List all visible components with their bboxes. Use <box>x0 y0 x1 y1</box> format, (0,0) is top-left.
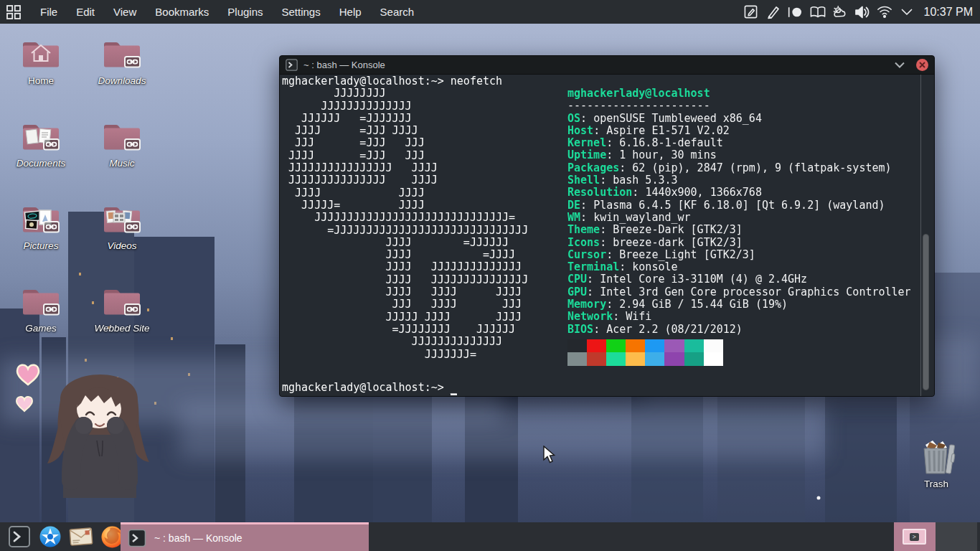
folder-icon <box>101 283 143 317</box>
clock[interactable]: 10:37 PM <box>924 6 973 19</box>
symlink-emblem <box>125 57 140 67</box>
taskbar: ~ : bash — Konsole > <box>0 522 980 551</box>
symlink-emblem <box>125 304 140 315</box>
wallpaper-light-speck <box>817 496 821 500</box>
palette-block <box>567 339 587 352</box>
rollup-button[interactable] <box>893 59 906 72</box>
palette-block <box>626 339 645 352</box>
menu-item-settings[interactable]: Settings <box>273 0 330 24</box>
palette-block <box>645 339 664 352</box>
scrollbar-thumb[interactable] <box>923 234 929 390</box>
virtual-desktop-pager: > <box>894 522 977 551</box>
pager-desktop-1[interactable]: > <box>894 522 936 551</box>
folder-icon <box>101 201 143 235</box>
neofetch-field-resolution: Resolution: 1440x900, 980x551 <box>567 187 911 199</box>
neofetch-field-host: Host: Aspire E1-571 V2.02 <box>567 125 911 137</box>
stylus-icon[interactable] <box>765 4 781 20</box>
symlink-emblem <box>125 222 140 232</box>
heart-icon <box>17 397 32 411</box>
folder-icon <box>101 118 143 152</box>
system-tray: 10:37 PM <box>743 4 980 20</box>
icon-label: Games <box>4 323 78 334</box>
neofetch-field-cpu: CPU: Intel Core i3-3110M (4) @ 2.4GHz <box>567 273 911 286</box>
palette-block <box>567 352 587 365</box>
neofetch-field-shell: Shell: bash 5.3.3 <box>567 174 911 187</box>
record-icon[interactable] <box>788 4 804 20</box>
pager-desktop-2[interactable] <box>936 522 977 551</box>
text-cursor: _ <box>451 381 457 395</box>
shell-prompt[interactable]: mghackerlady@localhost:~> _ <box>282 382 457 394</box>
neofetch-info: mghackerlady@localhost -----------------… <box>567 88 911 366</box>
task-title: ~ : bash — Konsole <box>154 532 242 544</box>
expand-arrow-icon[interactable] <box>899 4 915 20</box>
menu-item-plugins[interactable]: Plugins <box>218 0 272 24</box>
volume-icon[interactable] <box>854 4 870 20</box>
menu-item-search[interactable]: Search <box>371 0 424 24</box>
palette-block <box>606 352 626 365</box>
symlink-emblem <box>44 139 59 150</box>
folder-icon <box>20 118 62 152</box>
konsole-mini-icon: > <box>910 533 919 541</box>
neofetch-field-gpu: GPU: Intel 3rd Gen Core processor Graphi… <box>567 286 911 298</box>
desktop-icon-documents[interactable]: Documents <box>4 118 78 169</box>
desktop-icon-games[interactable]: Games <box>4 283 78 334</box>
mouse-cursor <box>542 446 557 464</box>
desktop-icon-downloads[interactable]: Downloads <box>85 36 159 86</box>
palette-block <box>645 352 664 365</box>
konsole-icon <box>128 529 146 547</box>
menu-item-help[interactable]: Help <box>330 0 371 24</box>
icon-label: Music <box>85 158 159 169</box>
app-grid-icon[interactable] <box>6 5 21 19</box>
icon-label: Home <box>4 75 78 86</box>
palette-block <box>664 339 684 352</box>
desktop-icon-videos[interactable]: Videos <box>85 201 159 251</box>
neofetch-field-icons: Icons: breeze-dark [GTK2/3] <box>567 237 911 249</box>
neofetch-field-packages: Packages: 62 (pip), 2847 (rpm), 9 (flatp… <box>567 162 911 174</box>
menu-item-edit[interactable]: Edit <box>67 0 104 24</box>
palette-block <box>587 339 606 352</box>
task-button-konsole[interactable]: ~ : bash — Konsole <box>121 522 369 551</box>
konsole-window: ~ : bash — Konsole mghackerlady@localhos… <box>279 55 935 397</box>
palette-block <box>684 339 704 352</box>
desktop-icon-music[interactable]: Music <box>85 118 159 169</box>
neofetch-field-memory: Memory: 2.94 GiB / 15.44 GiB (19%) <box>567 298 911 311</box>
folder-icon <box>20 283 62 317</box>
scrollbar-track[interactable] <box>920 75 921 396</box>
symlink-emblem <box>44 222 59 232</box>
desktop-icon-webbed-site[interactable]: Webbed Site <box>85 283 159 334</box>
icon-label: Videos <box>85 240 159 251</box>
launcher-konqueror-icon[interactable] <box>38 524 62 549</box>
neofetch-field-terminal: Terminal: konsole <box>567 261 911 273</box>
titlebar[interactable]: ~ : bash — Konsole <box>280 56 934 75</box>
launcher-kmail-icon[interactable] <box>69 524 93 549</box>
close-button[interactable] <box>916 59 928 71</box>
neofetch-field-cursor: Cursor: Breeze_Light [GTK2/3] <box>567 249 911 261</box>
palette-block <box>606 339 626 352</box>
trash-can-icon <box>915 439 957 476</box>
palette-block <box>704 352 723 365</box>
neofetch-field-de: DE: Plasma 6.4.5 [KF 6.18.0] [Qt 6.9.2] … <box>567 199 911 212</box>
palette-block <box>664 352 684 365</box>
palette-block <box>684 352 704 365</box>
neofetch-field-wm: WM: kwin_wayland_wr <box>567 212 911 224</box>
weather-icon[interactable] <box>832 4 848 20</box>
address-book-icon[interactable] <box>810 4 826 20</box>
menu-items: FileEditViewBookmarksPluginsSettingsHelp… <box>31 0 423 24</box>
network-wifi-icon[interactable] <box>877 4 892 20</box>
terminal-content[interactable]: mghackerlady@localhost:~> neofetch JJJJJ… <box>280 75 934 396</box>
neofetch-ascii-art: mghackerlady@localhost:~> neofetch JJJJJ… <box>282 75 528 361</box>
icon-label: Pictures <box>4 240 78 251</box>
palette-block <box>626 352 645 365</box>
menu-item-file[interactable]: File <box>31 0 67 24</box>
icon-label: Documents <box>4 158 78 169</box>
desktop-icon-pictures[interactable]: Pictures <box>4 201 78 251</box>
neofetch-field-kernel: Kernel: 6.16.8-1-default <box>567 137 911 149</box>
terminal-color-palette <box>567 339 911 366</box>
menu-item-bookmarks[interactable]: Bookmarks <box>146 0 218 24</box>
launcher-konsole-icon[interactable] <box>7 524 32 549</box>
neofetch-field-os: OS: openSUSE Tumbleweed x86_64 <box>567 113 911 125</box>
drawing-tablet-icon[interactable] <box>743 4 759 20</box>
menu-item-view[interactable]: View <box>104 0 146 24</box>
trash-icon[interactable]: Trash <box>899 439 974 489</box>
desktop-icon-home[interactable]: Home <box>4 36 78 86</box>
